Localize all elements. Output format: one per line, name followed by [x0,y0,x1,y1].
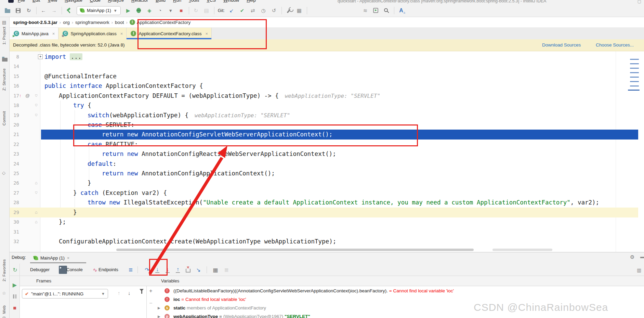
evaluate-expression-icon-button[interactable]: ▦ [211,266,220,274]
build-hammer-icon-button[interactable] [65,6,73,15]
step-into-icon-button[interactable]: ↓ [153,266,161,274]
fold-marker-icon[interactable]: ⌂ [34,178,39,188]
fold-marker-icon[interactable]: ⌂ [34,110,39,120]
tab-applicationcontextfactory-class[interactable]: IApplicationContextFactory.class× [127,28,212,39]
fold-marker-icon[interactable]: ⌂ [34,91,39,101]
menu-item-window[interactable]: Window [223,0,239,4]
fold-marker-icon[interactable]: ⌂ [34,101,39,110]
update-project-icon[interactable]: ↙ [229,8,234,14]
step-over-icon[interactable]: ↷ [145,267,149,273]
favorites-star-icon[interactable]: ☆ [2,291,6,296]
window-icon[interactable]: ▢ [638,0,641,4]
fold-marker-icon[interactable]: ⌂ [34,217,39,227]
web-icon[interactable]: ◎ [2,315,6,318]
activity-icon[interactable]: ≋ [363,8,368,14]
rollback-icon-button[interactable]: ↺ [270,6,278,15]
sync-icon-button[interactable]: ↻ [25,6,33,15]
profiler-dropdown-icon-button[interactable]: ▾ [167,6,175,15]
stop-icon-button[interactable]: ■ [177,6,185,15]
fold-marker-icon[interactable]: ⌂ [34,208,39,217]
run-icon[interactable]: ▶ [126,8,130,14]
drop-frame-icon[interactable] [186,269,190,273]
open-folder-icon[interactable] [5,9,10,13]
commit-icon-button[interactable]: ✔ [238,6,246,15]
forward-icon-button[interactable]: → [50,6,58,15]
stripe-item-favorites[interactable]: 2: Favorites [2,259,6,281]
menu-item-build[interactable]: Build [156,0,166,4]
tab-springapplication-class[interactable]: CSpringApplication.class× [58,28,127,39]
back-icon[interactable]: ← [41,8,46,13]
fold-expand-icon[interactable]: + [38,54,43,59]
pause-icon-button[interactable] [11,292,19,301]
save-all-icon[interactable] [16,8,21,13]
menu-item-file[interactable]: File [18,0,25,4]
stop-icon-button[interactable]: ■ [11,304,19,312]
open-folder-icon-button[interactable] [3,6,12,15]
step-out-icon-button[interactable]: ↑ [174,266,182,274]
close-icon[interactable]: × [67,255,70,261]
download-sources-link[interactable]: Download Sources [542,42,581,48]
fold-marker-icon[interactable]: ⌂ [34,188,39,198]
settings-layout-icon[interactable]: ≣ [224,267,228,273]
menu-item-code[interactable]: Code [90,0,101,4]
breadcrumb-item-org[interactable]: org [63,20,70,25]
gear-icon[interactable]: ⚙ [630,254,634,260]
profiler-dropdown-icon[interactable]: ▾ [169,8,172,14]
breadcrumb-item-boot[interactable]: boot [115,20,124,25]
project-structure-icon[interactable]: ▦ [297,8,302,14]
wrench-icon[interactable] [287,9,290,13]
stripe-item-structure[interactable]: Z: Structure [2,68,6,91]
menu-item-run[interactable]: Run [173,0,181,4]
expand-arrow-icon[interactable]: ▶ [158,312,160,318]
debug-icon[interactable] [136,8,141,13]
force-step-into-icon[interactable]: ↓ [166,267,170,273]
step-into-icon[interactable]: ↓ [155,267,159,273]
breadcrumb-item-spring-boot-2-5-3-jar[interactable]: spring-boot-2.5.3.jar [13,20,57,25]
step-over-icon-button[interactable]: ↷ [143,266,151,274]
horizontal-scrollbar[interactable] [116,249,474,251]
update-app-icon-button[interactable]: ↻ [192,6,200,15]
expand-arrow-icon[interactable]: ▶ [158,304,160,312]
forward-icon[interactable]: → [52,8,57,13]
rollback-icon[interactable]: ↺ [272,8,276,14]
run-to-cursor-icon-button[interactable]: ↘ [194,266,202,274]
services-icon-button[interactable] [372,6,380,15]
resume-icon[interactable]: ▶ [13,282,17,288]
breadcrumb-item-springframework[interactable]: springframework [75,20,109,25]
back-icon-button[interactable]: ← [39,6,48,15]
menu-item-view[interactable]: View [48,0,57,4]
folder-icon[interactable] [2,58,8,62]
update-project-icon-button[interactable]: ↙ [227,6,236,15]
gutter-at-icon[interactable]: @ [25,91,30,101]
history-icon-button[interactable]: ◷ [259,6,267,15]
run-to-cursor-icon[interactable]: ↘ [196,267,200,273]
add-watch-icon[interactable]: + [148,288,154,294]
menu-item-edit[interactable]: Edit [32,0,40,4]
drop-frame-icon-button[interactable] [184,266,192,274]
menu-item-navigate[interactable]: Navigate [65,0,82,4]
stripe-item-commit[interactable]: Commit [2,111,6,125]
menu-item-tools[interactable]: Tools [189,0,199,4]
filter-frames-icon[interactable] [140,289,144,291]
run-icon-button[interactable]: ▶ [124,6,132,15]
coverage-icon[interactable]: ◈ [147,8,152,14]
commit-tool-icon[interactable]: ◇ [2,170,5,175]
history-icon[interactable]: ◷ [261,8,265,14]
layout-settings-icon[interactable]: ≡ [127,266,135,274]
choose-sources-link[interactable]: Choose Sources... [596,42,634,48]
save-all-icon-button[interactable] [14,6,22,15]
compare-icon-button[interactable]: ⇄ [249,6,257,15]
project-structure-icon-button[interactable]: ▦ [295,6,303,15]
close-icon[interactable]: × [120,31,123,36]
settings-layout-icon-button[interactable]: ≣ [222,266,231,274]
stripe-item-project[interactable]: 1: Project [2,27,6,45]
compare-icon[interactable]: ⇄ [251,8,255,14]
debug-icon-button[interactable] [135,6,143,15]
stripe-item-web[interactable]: Web [2,305,6,314]
search-everywhere-icon-button[interactable] [382,6,391,15]
run-configuration-select[interactable]: MainApp (1)▼ [77,6,121,15]
next-frame-icon[interactable]: ↓ [128,290,131,296]
stop-icon[interactable]: ■ [13,305,16,311]
coverage-icon-button[interactable]: ◈ [145,6,154,15]
hide-panel-icon[interactable]: ▬ [640,254,644,259]
